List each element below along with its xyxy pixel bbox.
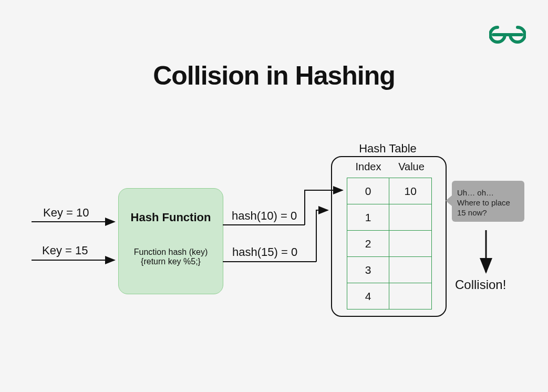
key-1-label: Key = 10 <box>43 206 89 220</box>
cell-index: 2 <box>347 231 389 257</box>
table-row: 0 10 <box>347 178 432 204</box>
cell-value <box>389 257 432 283</box>
cell-value <box>389 283 432 310</box>
hash-table-headers: Index Value <box>347 161 433 173</box>
cell-value <box>389 231 432 257</box>
hash-table-header-index: Index <box>347 161 390 173</box>
hash-result-1: hash(10) = 0 <box>232 209 297 223</box>
cell-index: 0 <box>347 178 389 204</box>
gfg-logo <box>489 25 526 46</box>
hash-function-code-line1: Function hash (key) <box>119 247 223 257</box>
hash-result-2: hash(15) = 0 <box>232 245 297 259</box>
speech-bubble: Uh… oh… Where to place 15 now? <box>452 181 524 222</box>
table-row: 3 <box>347 257 432 283</box>
table-row: 1 <box>347 204 432 231</box>
diagram-title: Collision in Hashing <box>0 60 548 91</box>
hash-table-header-value: Value <box>390 161 433 173</box>
cell-index: 3 <box>347 257 389 283</box>
hash-function-title: Hash Function <box>119 211 223 224</box>
hash-table: 0 10 1 2 3 4 <box>347 178 432 310</box>
key-2-label: Key = 15 <box>42 244 88 257</box>
hash-function-box: Hash Function Function hash (key) {retur… <box>118 188 223 294</box>
cell-value <box>389 204 432 231</box>
cell-index: 4 <box>347 283 389 310</box>
hash-function-code-line2: {return key %5;} <box>119 257 223 266</box>
hash-table-title: Hash Table <box>331 142 444 156</box>
cell-value: 10 <box>389 178 432 204</box>
cell-index: 1 <box>347 204 389 231</box>
table-row: 4 <box>347 283 432 310</box>
table-row: 2 <box>347 231 432 257</box>
collision-label: Collision! <box>455 277 506 292</box>
